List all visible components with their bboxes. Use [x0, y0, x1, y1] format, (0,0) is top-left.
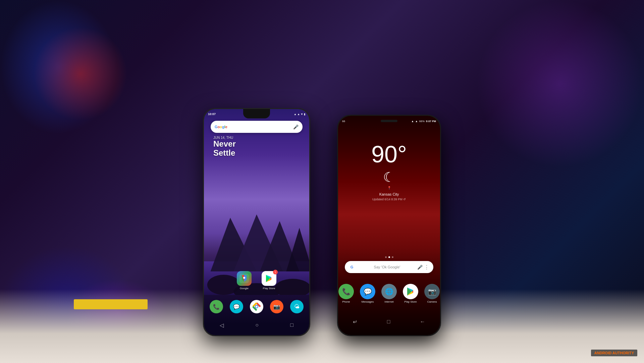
samsung-internet-label: Internet	[384, 300, 393, 303]
mic-icon[interactable]: 🎤	[293, 124, 299, 129]
dock-phone-icon: 📞	[210, 300, 223, 313]
watermark-suffix: AUTHORITY	[611, 351, 634, 355]
oneplus-nav-bar: ◁ ○ □	[204, 318, 309, 332]
samsung-time: 9:07 PM	[426, 120, 436, 123]
svg-point-12	[243, 277, 245, 279]
samsung-messages-app[interactable]: 💬 Messages	[360, 284, 375, 303]
samsung-phone-app[interactable]: 📞 Phone	[338, 284, 354, 303]
play-store-app[interactable]: 1	[262, 271, 276, 290]
oneplus-dock: 📞 💬	[204, 300, 309, 313]
samsung-play-store-app[interactable]: Play Store	[403, 284, 418, 303]
oneplus-status-bar: 10:07 ▲ ▲ ▼ ▮	[208, 110, 305, 118]
play-store-label: Play Store	[263, 287, 275, 290]
recents-button[interactable]: □	[290, 322, 293, 328]
bg-blob-red	[34, 27, 127, 121]
oneplus-wifi-icon: ▼	[301, 113, 303, 116]
oneplus-date-motto: JUN 14, THU Never Settle	[213, 136, 236, 158]
samsung-updated: Updated 6/14 8:39 PM ↺	[338, 198, 440, 201]
samsung-google-search[interactable]: G Say 'Ok Google' 🎤 ⋮	[345, 261, 433, 273]
back-button[interactable]: ◁	[220, 322, 224, 328]
samsung-screen: 66 ▲ ▲ 66% 9:07 PM 90° ☾ 📍 Kansas City U…	[338, 116, 440, 335]
oneplus-signal-icon: ▲ ▲	[294, 113, 300, 116]
dock-messages-icon: 💬	[230, 300, 243, 313]
samsung-nav-bar: ↵ □ ←	[338, 315, 440, 328]
samsung-phone-icon: 📞	[338, 284, 354, 299]
dock-weather-icon: 🌤	[290, 300, 304, 313]
samsung-camera-icon: 📷	[424, 284, 440, 299]
oneplus-app-row-middle: Google 1	[204, 271, 309, 290]
samsung-battery-pct: 66%	[419, 120, 425, 123]
oneplus-motto-1: Never	[213, 140, 236, 148]
samsung-status-bar: 66 ▲ ▲ 66% 9:07 PM	[342, 118, 436, 124]
samsung-page-dots	[338, 256, 440, 258]
samsung-moon-icon: ☾	[338, 169, 440, 185]
samsung-google-g: G	[349, 264, 355, 270]
samsung-dock: 📞 Phone 💬 Messages 🌐 Internet	[338, 284, 440, 303]
oneplus-status-icons: ▲ ▲ ▼ ▮	[294, 113, 305, 116]
home-button[interactable]: ○	[255, 322, 259, 328]
samsung-messages-icon: 💬	[360, 284, 375, 299]
samsung-internet-icon: 🌐	[381, 284, 397, 299]
samsung-status-right: ▲ ▲ 66% 9:07 PM	[411, 120, 436, 123]
phone-samsung: 66 ▲ ▲ 66% 9:07 PM 90° ☾ 📍 Kansas City U…	[337, 115, 441, 336]
samsung-temperature: 90°	[338, 143, 440, 166]
dock-camera[interactable]: 📷	[270, 300, 283, 313]
samsung-battery-num: 66	[342, 120, 345, 123]
page-dot-1	[385, 256, 387, 258]
samsung-camera-app[interactable]: 📷 Camera	[424, 284, 440, 303]
notification-badge: 1	[273, 270, 278, 274]
samsung-camera-label: Camera	[427, 300, 437, 303]
dock-phone[interactable]: 📞	[210, 300, 223, 313]
google-maps-icon	[237, 271, 252, 286]
samsung-mic-icon[interactable]: 🎤	[417, 265, 423, 270]
oneplus-google-search[interactable]: Google 🎤	[211, 121, 303, 133]
samsung-search-placeholder: Say 'Ok Google'	[357, 265, 417, 269]
samsung-recent-button[interactable]: ↵	[353, 319, 357, 325]
samsung-city: Kansas City	[338, 192, 440, 196]
oneplus-screen: 10:07 ▲ ▲ ▼ ▮ Google 🎤 JUN 14, THU Never…	[204, 109, 309, 335]
samsung-weather-display: 90° ☾ 📍 Kansas City Updated 6/14 8:39 PM…	[338, 143, 440, 201]
phone-oneplus: 10:07 ▲ ▲ ▼ ▮ Google 🎤 JUN 14, THU Never…	[203, 108, 310, 336]
watermark-brand: ANDROID	[594, 351, 611, 355]
dock-chrome[interactable]	[250, 300, 263, 313]
samsung-home-button[interactable]: □	[387, 319, 390, 325]
samsung-location-dot: 📍	[338, 186, 440, 190]
page-dot-3	[392, 256, 393, 258]
samsung-wifi-icon: ▲	[411, 120, 414, 123]
google-maps-app[interactable]: Google	[237, 271, 252, 290]
oneplus-motto-2: Settle	[213, 148, 236, 158]
dock-weather[interactable]: 🌤	[290, 300, 304, 313]
samsung-signal-icon: ▲	[415, 120, 418, 123]
samsung-phone-label: Phone	[342, 300, 350, 303]
samsung-back-button[interactable]: ←	[420, 319, 425, 325]
samsung-more-icon[interactable]: ⋮	[424, 264, 429, 270]
oneplus-battery-icon: ▮	[304, 113, 305, 116]
samsung-internet-app[interactable]: 🌐 Internet	[381, 284, 397, 303]
google-maps-label: Google	[240, 287, 249, 290]
svg-point-20	[256, 306, 258, 308]
oneplus-date: JUN 14, THU	[213, 136, 236, 140]
phones-container: 10:07 ▲ ▲ ▼ ▮ Google 🎤 JUN 14, THU Never…	[117, 20, 527, 336]
samsung-play-store-label: Play Store	[405, 300, 417, 303]
dock-camera-icon: 📷	[270, 300, 283, 313]
play-store-icon: 1	[262, 271, 276, 286]
dock-messages[interactable]: 💬	[230, 300, 243, 313]
oneplus-time: 10:07	[208, 112, 216, 116]
dock-chrome-icon	[250, 300, 263, 313]
page-dot-2	[388, 256, 390, 258]
google-logo: Google	[215, 125, 227, 129]
samsung-messages-label: Messages	[362, 300, 374, 303]
samsung-play-store-icon	[403, 284, 418, 299]
watermark: ANDROID AUTHORITY	[591, 350, 637, 356]
